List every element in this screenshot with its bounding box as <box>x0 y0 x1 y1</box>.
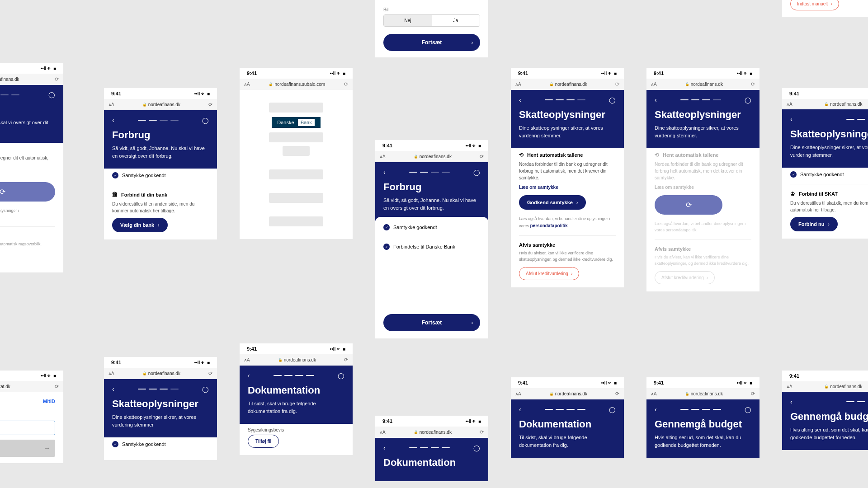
chat-icon[interactable]: ◯ <box>473 169 480 176</box>
status-icons: ••ll ᯤ ■ <box>194 91 210 96</box>
chat-icon[interactable]: ◯ <box>48 91 55 98</box>
indtast-manuelt-button[interactable]: Indtast manuelt› <box>790 0 839 10</box>
refresh-icon[interactable]: ⟳ <box>751 391 755 397</box>
aa-icon[interactable]: ᴀA <box>108 102 114 107</box>
toggle-bil[interactable]: Nej Ja <box>383 14 480 27</box>
hero-sub: Dine skatteoplysninger sikrer, at vores … <box>519 124 616 139</box>
check-icon: ✓ <box>383 224 390 230</box>
back-button[interactable]: ‹ <box>383 444 386 451</box>
bank-item[interactable] <box>283 146 310 156</box>
chat-icon[interactable]: ◯ <box>609 406 616 413</box>
back-button[interactable]: ‹ <box>519 96 521 103</box>
back-button[interactable]: ‹ <box>790 116 793 123</box>
hero-title: Dokumentation <box>519 418 616 430</box>
chevron-right-icon: › <box>571 271 572 276</box>
godkend-button[interactable]: Godkend samtykke› <box>519 195 586 210</box>
back-button[interactable]: ‹ <box>790 398 793 405</box>
tilfoj-fil-button[interactable]: Tilføj fil <box>248 435 279 448</box>
chat-icon[interactable]: ◯ <box>745 97 751 103</box>
bank-item[interactable] <box>269 132 323 142</box>
chat-icon[interactable]: ◯ <box>338 372 344 379</box>
hent-head: ⟲Hent automatisk tallene <box>519 152 616 158</box>
loading-button: ⟳ <box>655 195 722 215</box>
refresh-icon[interactable]: ⟳ <box>344 357 348 363</box>
refresh-icon[interactable]: ⟳ <box>615 81 619 87</box>
chat-icon[interactable]: ◯ <box>609 97 616 103</box>
submit-button[interactable]: → <box>0 440 55 457</box>
lock-icon: 🔒 <box>824 385 829 389</box>
refresh-icon[interactable]: ⟳ <box>55 384 59 389</box>
back-button[interactable]: ‹ <box>655 406 657 413</box>
back-button[interactable]: ‹ <box>655 96 657 103</box>
hero-title: Dokumentation <box>248 385 344 396</box>
chat-icon[interactable]: ◯ <box>745 406 751 413</box>
chevron-right-icon: › <box>472 40 473 45</box>
hero-sub: Dine skatteoplysninger sikrer, at vores … <box>790 144 868 159</box>
hero-title: Forbrug <box>383 181 480 193</box>
afslut-button[interactable]: Afslut kreditvurdering› <box>519 267 579 280</box>
mitid-input[interactable] <box>0 421 55 435</box>
hent-body: Nordea forbinder til din bank og udregne… <box>519 161 616 181</box>
hero-sub: så godt, Johanne. Nu skal vi oversigt ov… <box>0 119 55 134</box>
vaelg-bank-button[interactable]: Vælg din bank› <box>112 218 168 232</box>
forbind-nu-button[interactable]: Forbind nu› <box>790 217 838 231</box>
hero-sub: Så vidt, så godt, Johanne. Nu skal vi ha… <box>112 145 209 160</box>
hero-sub: Hvis alting ser ud, som det skal, kan du… <box>790 426 868 441</box>
back-button[interactable]: ‹ <box>248 372 250 379</box>
status-time: 9:41 <box>111 360 121 365</box>
samtykke-row: ✓Samtykke godkendt <box>383 224 480 230</box>
refresh-icon[interactable]: ⟳ <box>208 371 212 376</box>
progress <box>138 120 179 121</box>
samtykke-link[interactable]: mtykke <box>0 172 55 177</box>
aa-icon[interactable]: ᴀA <box>244 82 250 87</box>
syge-label: Sygesikringsbevis <box>248 427 344 432</box>
label-bil: Bil <box>383 7 480 12</box>
lock-icon: 🔒 <box>685 392 689 396</box>
lock-icon: 🔒 <box>414 430 418 434</box>
chevron-right-icon: › <box>472 320 473 325</box>
bank-item[interactable] <box>269 193 323 203</box>
refresh-icon[interactable]: ⟳ <box>751 81 755 87</box>
lock-icon: 🔒 <box>278 358 283 362</box>
bank-item[interactable] <box>269 169 323 179</box>
help-icon[interactable]: ⓘ <box>0 410 55 417</box>
bank-item[interactable] <box>269 216 323 226</box>
back-button[interactable]: ‹ <box>112 385 114 393</box>
forbind-head: 🏛Forbind til din bank <box>112 192 209 198</box>
refresh-icon[interactable]: ⟳ <box>480 154 484 160</box>
back-button[interactable]: ‹ <box>519 406 521 413</box>
chat-icon[interactable]: ◯ <box>202 386 209 393</box>
status-time: 9:41 <box>518 380 528 385</box>
chat-icon[interactable]: ◯ <box>473 445 480 451</box>
fortsaet-button[interactable]: Fortsæt› <box>383 314 480 331</box>
lock-icon: 🔒 <box>142 371 147 375</box>
fortsaet-button[interactable]: Fortsæt› <box>383 34 480 51</box>
refresh-icon[interactable]: ⟳ <box>480 429 484 435</box>
chat-icon[interactable]: ◯ <box>202 117 209 124</box>
forbind-body: Du viderestilles til en anden side, men … <box>112 201 209 214</box>
refresh-icon[interactable]: ⟳ <box>344 81 348 87</box>
lock-icon: 🔒 <box>269 82 273 86</box>
status-time: 9:41 <box>111 91 121 96</box>
chevron-right-icon: › <box>158 223 159 228</box>
status-time: 9:41 <box>654 70 664 76</box>
bank-item[interactable] <box>269 103 323 113</box>
afvis-head: Afvis samtykke <box>519 242 616 248</box>
chevron-right-icon: › <box>576 200 578 205</box>
laes-link[interactable]: Læs om samtykke <box>519 185 616 190</box>
refresh-icon[interactable]: ⟳ <box>55 76 59 82</box>
status-time: 9:41 <box>382 418 392 424</box>
afslut-button-disabled: Afslut kreditvurdering› <box>655 271 715 284</box>
refresh-icon[interactable]: ⟳ <box>208 102 212 108</box>
back-button[interactable]: ‹ <box>112 117 114 124</box>
danske-bank-item[interactable]: Danske Bank <box>253 117 339 128</box>
hero-title: Skatteoplysninger <box>519 109 616 121</box>
mitid-logo: MitID <box>43 399 55 404</box>
status-time: 9:41 <box>654 380 664 385</box>
back-button[interactable]: ‹ <box>383 169 386 176</box>
check-icon: ✓ <box>790 171 797 178</box>
check-icon: ✓ <box>112 441 118 447</box>
refresh-icon[interactable]: ⟳ <box>615 391 619 397</box>
hero-sub: Dine skatteoplysninger sikrer, at vores … <box>112 413 209 428</box>
hero-title: Forbrug <box>112 129 209 141</box>
